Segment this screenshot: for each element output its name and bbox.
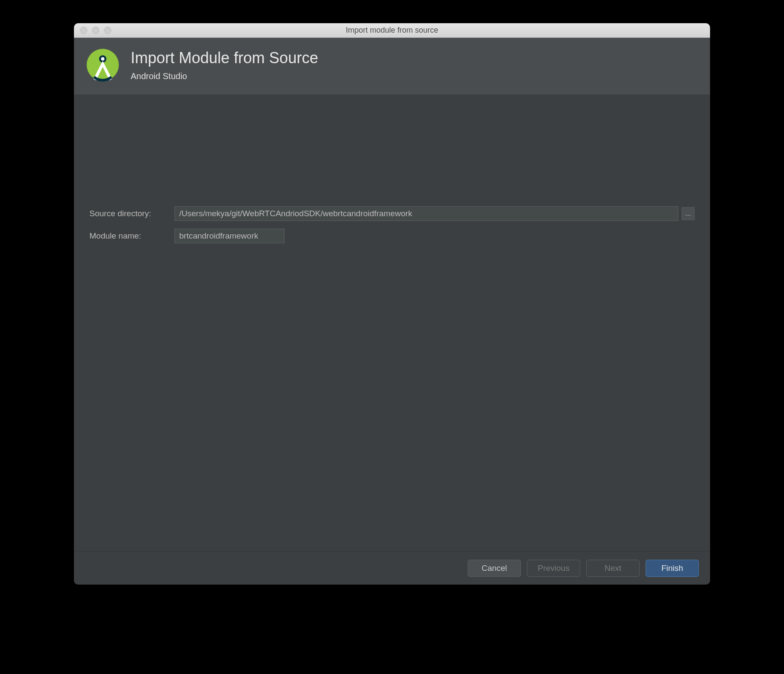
window-title: Import module from source bbox=[74, 26, 710, 35]
dialog-content: Source directory: ... Module name: bbox=[74, 95, 710, 551]
header-text: Import Module from Source Android Studio bbox=[131, 49, 318, 81]
window-controls bbox=[80, 27, 111, 34]
module-name-input[interactable] bbox=[175, 229, 285, 243]
zoom-window-button[interactable] bbox=[104, 27, 111, 34]
dialog-header: Import Module from Source Android Studio bbox=[74, 38, 710, 95]
android-studio-logo-icon bbox=[86, 48, 119, 82]
svg-point-2 bbox=[101, 57, 104, 61]
dialog-title: Import Module from Source bbox=[131, 49, 318, 67]
dialog-subtitle: Android Studio bbox=[131, 71, 318, 81]
previous-button: Previous bbox=[527, 560, 580, 577]
source-directory-label: Source directory: bbox=[89, 209, 167, 218]
cancel-button[interactable]: Cancel bbox=[468, 560, 521, 577]
titlebar: Import module from source bbox=[74, 23, 710, 38]
finish-button[interactable]: Finish bbox=[646, 560, 699, 577]
module-name-label: Module name: bbox=[89, 231, 167, 241]
next-button: Next bbox=[586, 560, 640, 577]
dialog-window: Import module from source Import Module … bbox=[74, 23, 710, 585]
minimize-window-button[interactable] bbox=[92, 27, 99, 34]
module-name-row: Module name: bbox=[89, 229, 695, 243]
source-directory-row: Source directory: ... bbox=[89, 206, 695, 221]
close-window-button[interactable] bbox=[80, 27, 87, 34]
browse-button[interactable]: ... bbox=[682, 207, 695, 220]
source-directory-input[interactable] bbox=[175, 206, 678, 221]
dialog-footer: Cancel Previous Next Finish bbox=[74, 551, 710, 585]
